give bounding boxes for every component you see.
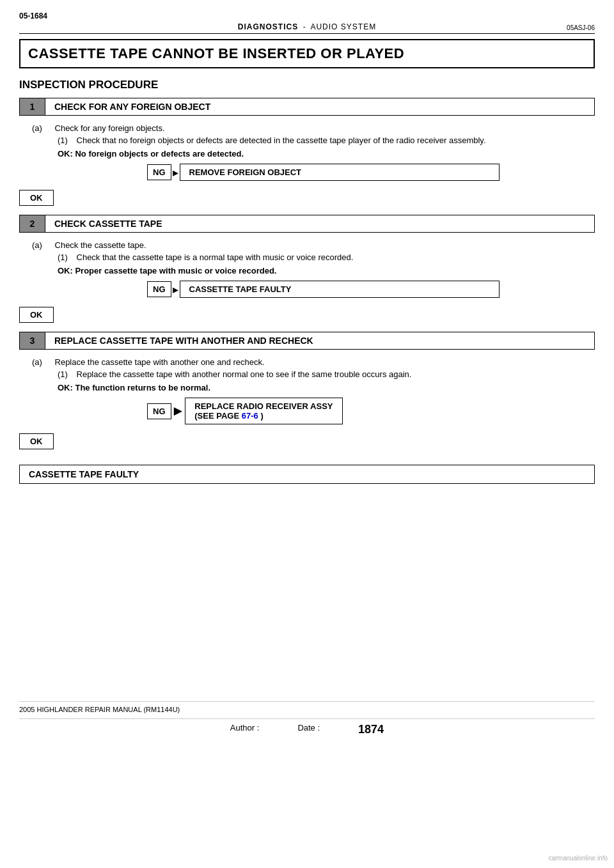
- step-1-ok-box: OK: [19, 190, 54, 206]
- step-2-a-line: (a) Check the cassette tape.: [32, 240, 595, 250]
- step-2-content: (a) Check the cassette tape. (1) Check t…: [32, 240, 595, 275]
- step-1-ng-arrow: ▸: [173, 166, 178, 180]
- step-3-ok-text: OK: The function returns to be normal.: [58, 383, 595, 392]
- step-3-ng-arrow-multiline: ►: [171, 398, 185, 424]
- step-3-ng-action-line1: REPLACE RADIO RECEIVER ASSY: [194, 401, 333, 411]
- step-3-ng-row: NG ► REPLACE RADIO RECEIVER ASSY (SEE PA…: [147, 398, 595, 424]
- main-title: CASSETTE TAPE CANNOT BE INSERTED OR PLAY…: [28, 45, 586, 62]
- step-2-number: 2: [20, 215, 45, 232]
- header-audio-system: AUDIO SYSTEM: [310, 22, 376, 31]
- step-3-see-page-link[interactable]: 67-6: [242, 411, 258, 421]
- final-result-box: CASSETTE TAPE FAULTY: [19, 465, 595, 484]
- step-2-ok-box: OK: [19, 307, 54, 323]
- step-1-ok-text: OK: No foreign objects or defects are de…: [58, 149, 595, 159]
- step-3-header: 3 REPLACE CASSETTE TAPE WITH ANOTHER AND…: [19, 332, 595, 350]
- step-1-content: (a) Check for any foreign objects. (1) C…: [32, 123, 595, 159]
- header-code: 05ASJ-06: [567, 24, 595, 31]
- step-2-label: CHECK CASSETTE TAPE: [45, 215, 171, 232]
- step-2-ng-badge: NG: [147, 281, 171, 297]
- watermark: carmanualonline.info: [549, 855, 608, 862]
- step-3-number: 3: [20, 332, 45, 349]
- step-3-label: REPLACE CASSETTE TAPE WITH ANOTHER AND R…: [45, 332, 322, 349]
- footer-author-label: Author :: [230, 723, 260, 736]
- step-3-ng-badge: NG: [147, 403, 171, 419]
- step-3-ng-action-line2: (SEE PAGE 67-6 ): [194, 411, 333, 421]
- footer-page-number: 1874: [358, 723, 384, 736]
- step-2-a-text: Check the cassette tape.: [55, 240, 146, 250]
- step-3-ok-box: OK: [19, 433, 54, 449]
- footer-date-label: Date :: [297, 723, 320, 736]
- step-1-ng-row: NG ▸ REMOVE FOREIGN OBJECT: [147, 164, 595, 181]
- step-1-a-label: (a) Check for any foreign objects.: [32, 123, 595, 133]
- inspection-procedure-title: INSPECTION PROCEDURE: [19, 79, 595, 91]
- step-3-1-text: (1) Replace the cassette tape with anoth…: [58, 369, 595, 379]
- step-2-a-prefix: (a): [32, 240, 42, 250]
- step-2-ng-arrow: ▸: [173, 283, 178, 297]
- footer-bottom: Author : Date : 1874: [19, 718, 595, 736]
- header-diagnostics: DIAGNOSTICS: [238, 22, 298, 31]
- step-3-ng-action-box: REPLACE RADIO RECEIVER ASSY (SEE PAGE 67…: [185, 398, 342, 424]
- step-1-ng-badge: NG: [147, 164, 171, 180]
- page-number: 05-1684: [19, 12, 595, 20]
- header-separator: -: [303, 22, 306, 31]
- step-2-header: 2 CHECK CASSETTE TAPE: [19, 215, 595, 233]
- step-3-a-prefix: (a): [32, 357, 42, 367]
- step-1-header: 1 CHECK FOR ANY FOREIGN OBJECT: [19, 98, 595, 116]
- step-1-ng-action: REMOVE FOREIGN OBJECT: [180, 164, 500, 181]
- step-1-a-text: Check for any foreign objects.: [55, 123, 165, 133]
- step-1-1-text: (1) Check that no foreign objects or def…: [58, 136, 595, 145]
- page-header: DIAGNOSTICS - AUDIO SYSTEM 05ASJ-06: [19, 22, 595, 34]
- footer-manual: 2005 HIGHLANDER REPAIR MANUAL (RM1144U): [19, 706, 595, 713]
- step-3-a-text: Replace the cassette tape with another o…: [55, 357, 265, 367]
- main-title-box: CASSETTE TAPE CANNOT BE INSERTED OR PLAY…: [19, 39, 595, 68]
- step-1-label: CHECK FOR ANY FOREIGN OBJECT: [45, 98, 219, 115]
- step-2-ng-action: CASSETTE TAPE FAULTY: [180, 281, 500, 298]
- step-2-1-text: (1) Check that the cassette tape is a no…: [58, 252, 595, 262]
- step-3-content: (a) Replace the cassette tape with anoth…: [32, 357, 595, 392]
- step-1-a-prefix: (a): [32, 123, 42, 133]
- step-2-ok-text: OK: Proper cassette tape with music or v…: [58, 266, 595, 275]
- step-3-a-line: (a) Replace the cassette tape with anoth…: [32, 357, 595, 367]
- step-2-ng-row: NG ▸ CASSETTE TAPE FAULTY: [147, 281, 595, 298]
- step-1-number: 1: [20, 98, 45, 115]
